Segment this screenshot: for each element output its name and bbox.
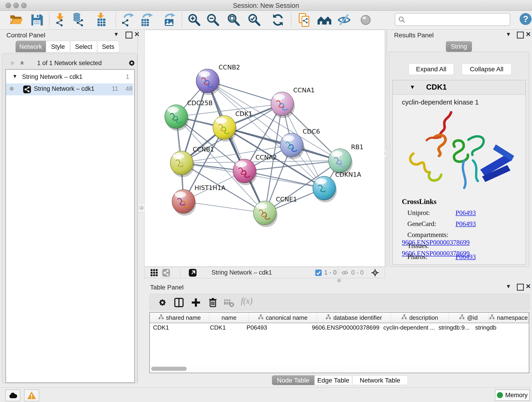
delete-column-icon[interactable]: [207, 297, 218, 308]
table-cell[interactable]: cyclin-dependent ...: [380, 323, 435, 333]
table-cell[interactable]: 9606.ENSP00000378699: [309, 323, 380, 333]
grid-view-icon[interactable]: [150, 269, 158, 277]
network-options-gear-icon[interactable]: [127, 58, 137, 68]
tree-column-icon: [489, 314, 495, 321]
crosslink-link[interactable]: P06493: [456, 220, 476, 227]
node-CDK1[interactable]: [213, 115, 237, 142]
column-header-name[interactable]: name: [209, 313, 249, 323]
node-CCNB2[interactable]: [196, 69, 220, 95]
results-panel-close-icon[interactable]: ✕: [526, 31, 531, 38]
first-neighbors-icon[interactable]: [317, 13, 332, 27]
network-list-header: » » 1 of 1 Network selected: [5, 57, 134, 69]
tab-style[interactable]: Style: [46, 41, 70, 52]
show-columns-icon[interactable]: [173, 297, 184, 308]
column-header-databaseidentifier[interactable]: database identifier: [317, 313, 391, 323]
network-row[interactable]: String Network – cdk1 11 48: [6, 83, 133, 95]
selected-checkbox-icon[interactable]: [315, 269, 322, 276]
network-canvas[interactable]: CCNB2CCNA1CDC25BCDK1CDC6RB1CCNB1CCNA2CDK…: [144, 30, 385, 267]
node-CCNA2[interactable]: [233, 159, 257, 185]
hidden-eye-slash-icon[interactable]: [341, 269, 349, 277]
tab-select[interactable]: Select: [70, 41, 97, 52]
hide-selected-icon[interactable]: [337, 13, 351, 27]
control-panel-close-icon[interactable]: ✕: [134, 31, 139, 38]
zoom-in-icon[interactable]: [187, 13, 202, 27]
memory-button[interactable]: Memory: [495, 389, 530, 401]
node-HIST1H1A[interactable]: [172, 190, 196, 216]
tab-string[interactable]: String: [446, 41, 472, 52]
cloud-icon: [8, 391, 18, 400]
crosslinks-title: CrossLinks: [402, 198, 521, 206]
tab-node-table[interactable]: Node Table: [272, 375, 314, 385]
node-CDKN1A[interactable]: [313, 176, 337, 202]
tab-sets[interactable]: Sets: [97, 41, 119, 52]
network-collection-row[interactable]: ▼ String Network – cdk1 1: [6, 71, 133, 83]
column-header-namespace[interactable]: namespace: [488, 313, 529, 323]
table-row[interactable]: CDK1CDK1P064939606.ENSP00000378699cyclin…: [150, 323, 529, 333]
table-cell[interactable]: P06493: [243, 323, 309, 333]
tab-network[interactable]: Network: [16, 41, 46, 52]
gene-collapse-icon[interactable]: ▼: [410, 84, 415, 90]
left-splitter-handle[interactable]: [138, 204, 145, 212]
help-icon[interactable]: ?: [520, 13, 532, 25]
tab-edge-table[interactable]: Edge Table: [314, 375, 352, 385]
delete-table-icon[interactable]: [223, 297, 234, 308]
zoom-selected-icon[interactable]: [247, 13, 262, 27]
column-header-canonicalname[interactable]: canonical name: [249, 313, 317, 323]
table-options-gear-icon[interactable]: [157, 297, 168, 308]
table-horizontal-scrollbar[interactable]: [151, 366, 528, 371]
results-panel-float-icon[interactable]: [517, 32, 524, 38]
table-panel-collapse-icon[interactable]: ▾: [507, 282, 510, 290]
crosslink-link[interactable]: P06493: [456, 209, 476, 216]
table-panel-title: Table Panel: [150, 284, 184, 291]
add-column-icon[interactable]: [190, 297, 201, 308]
save-session-icon[interactable]: [30, 13, 44, 27]
export-image-icon[interactable]: [162, 13, 177, 27]
table-panel-float-icon[interactable]: [517, 284, 524, 291]
panel-divider: [386, 30, 386, 267]
import-network-icon[interactable]: [53, 13, 67, 27]
zoom-fit-icon[interactable]: [226, 13, 241, 27]
import-table-icon[interactable]: [94, 13, 109, 27]
warnings-button[interactable]: [24, 389, 39, 401]
node-CDC25B[interactable]: [165, 105, 189, 131]
scrollbar-thumb[interactable]: [151, 367, 187, 371]
expand-all-button[interactable]: Expand All: [409, 64, 454, 75]
search-input[interactable]: [408, 14, 507, 24]
node-CCNE1[interactable]: [253, 201, 278, 227]
node-CCNA1[interactable]: [271, 92, 295, 118]
open-in-window-icon[interactable]: [189, 269, 197, 277]
export-table-icon[interactable]: [139, 13, 154, 27]
horizontal-splitter-handle[interactable]: [337, 279, 341, 282]
table-panel-close-icon[interactable]: ✕: [526, 283, 531, 290]
zoom-out-icon[interactable]: [206, 13, 220, 27]
table-cell[interactable]: stringdb: [472, 323, 510, 333]
table-cell[interactable]: CDK1: [150, 323, 207, 333]
collection-expand-icon[interactable]: ▼: [12, 73, 17, 79]
import-database-icon[interactable]: [72, 13, 86, 27]
collapse-all-button[interactable]: Collapse All: [462, 64, 512, 75]
string-view-icon[interactable]: [162, 269, 170, 277]
memory-status-dot-icon: [497, 392, 503, 398]
column-label: name: [222, 314, 236, 321]
results-panel-collapse-icon[interactable]: ▾: [507, 30, 510, 38]
refresh-icon[interactable]: [271, 13, 285, 27]
cloud-status-button[interactable]: [5, 389, 20, 401]
table-cell[interactable]: CDK1: [207, 323, 243, 333]
column-header-description[interactable]: description: [391, 313, 449, 323]
show-all-icon[interactable]: [358, 13, 373, 27]
birdseye-navigator-icon[interactable]: [371, 269, 379, 277]
column-header-id[interactable]: @id: [449, 313, 488, 323]
gene-header[interactable]: ▼ CDK1: [393, 80, 526, 95]
control-panel-float-icon[interactable]: [126, 32, 133, 38]
open-file-icon[interactable]: [9, 13, 24, 27]
node-label-CDKN1A: CDKN1A: [335, 171, 361, 178]
column-header-sharedname[interactable]: shared name: [150, 313, 209, 323]
table-cell[interactable]: stringdb:9...: [435, 323, 472, 333]
network-from-selection-icon[interactable]: [298, 13, 312, 27]
control-panel-collapse-icon[interactable]: ▾: [114, 30, 118, 38]
search-box[interactable]: [395, 13, 510, 26]
function-builder-icon[interactable]: f(x): [241, 296, 253, 306]
tab-network-table[interactable]: Network Table: [352, 375, 408, 385]
crosslink-link[interactable]: P06493: [456, 253, 476, 260]
export-network-icon[interactable]: [121, 13, 135, 27]
